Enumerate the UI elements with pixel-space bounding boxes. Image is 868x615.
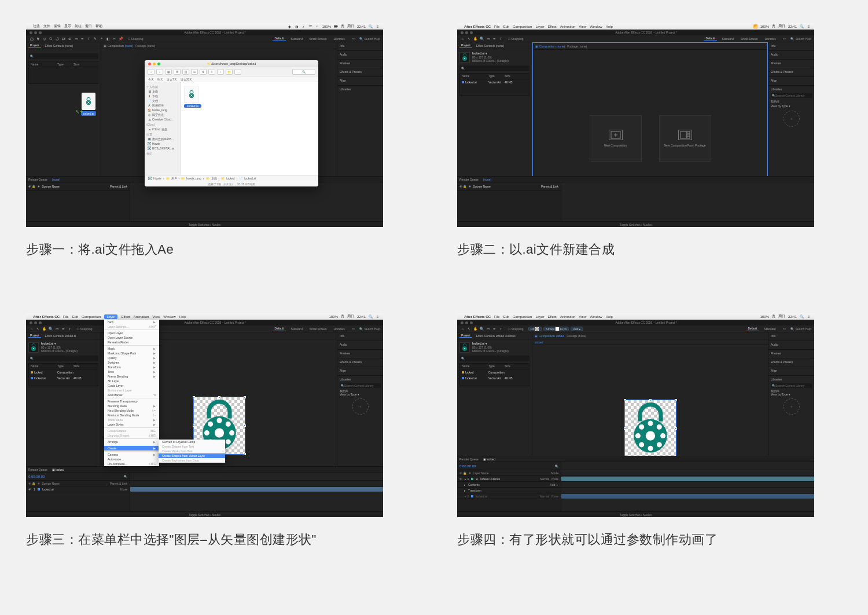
layer-transform[interactable]: ▸ Transform	[457, 488, 561, 493]
sidebar-home[interactable]: 🏠howie_tang	[146, 108, 178, 112]
dragged-ai-file[interactable]: locked.ai	[81, 93, 96, 116]
new-composition-button[interactable]: New Composition	[590, 115, 642, 162]
menu-composition[interactable]: Composition	[513, 25, 532, 28]
menu-view[interactable]: View	[579, 25, 586, 28]
puppet-tool-icon[interactable]: 📌	[118, 36, 123, 41]
menu-window[interactable]: 窗口	[85, 24, 92, 29]
anchor-tool-icon[interactable]: ⊕	[67, 36, 72, 41]
finder-arrange[interactable]: ⚙	[200, 69, 207, 75]
effect-controls-tab[interactable]: Effect Controls (none)	[43, 44, 75, 47]
menu-view[interactable]: 显示	[64, 24, 71, 29]
project-search[interactable]: 🔍	[28, 53, 98, 59]
finder-search-field[interactable]: 🔍	[292, 69, 315, 75]
battery-icon[interactable]	[334, 24, 338, 28]
layer-menu-item[interactable]: Add Marker^8	[104, 393, 159, 397]
finder-fwd-button[interactable]: ›	[156, 69, 163, 75]
sidebar-loc-0[interactable]: 💻唐何意的MacB…	[146, 137, 178, 141]
layer-menu-item[interactable]: Open Layer Source	[104, 335, 159, 340]
library-search[interactable]: 🔍 Search Current Library	[771, 93, 812, 98]
layer-menu-item[interactable]: New▶	[104, 320, 159, 324]
headphones-icon[interactable]: ♪	[301, 24, 306, 28]
spotlight-icon[interactable]: 🔍	[369, 24, 373, 28]
project-list[interactable]: Name Type Size	[28, 61, 98, 84]
bluetooth-icon[interactable]: ⌔	[315, 24, 319, 28]
menu-go[interactable]: 前往	[75, 24, 82, 29]
add-control[interactable]: Add: ▸	[571, 327, 583, 331]
new-composition-from-footage-button[interactable]: New Composition From Footage	[659, 115, 711, 162]
effects-presets-panel[interactable]: Effects & Presets	[337, 68, 383, 77]
hand-tool-icon[interactable]: ✋	[473, 36, 478, 41]
selection-tool-icon[interactable]: ↖	[466, 36, 472, 41]
layer-menu-item[interactable]: Open Layer	[104, 331, 159, 335]
notification-center-icon[interactable]: ≡	[807, 24, 811, 28]
sidebar-downloads[interactable]: ⬇下载	[146, 94, 178, 98]
finder-new-folder[interactable]: 📁	[226, 69, 233, 75]
menu-animation[interactable]: Animation	[560, 25, 576, 28]
shape-tool-icon[interactable]: ▭	[73, 36, 79, 41]
footage-tab[interactable]: Footage (none)	[135, 44, 155, 47]
project-item-locked-ai[interactable]: locked.ai Vector Art 40 KB	[29, 375, 98, 381]
layer-menu-item[interactable]: Time▶	[104, 369, 159, 374]
menu-file[interactable]: 文件	[43, 24, 50, 29]
brush-tool-icon[interactable]: ✎	[93, 36, 98, 41]
project-list[interactable]: Name Type Size locked.ai Vector Art 40 K…	[459, 73, 529, 96]
comp-canvas[interactable]	[625, 400, 676, 457]
finder-pathbar[interactable]: 💽Howie› 📁用户› 📁howie_tang› 📁桌面› 📁locked› …	[145, 175, 318, 181]
finder-tags-btn[interactable]: ○	[217, 69, 224, 75]
layer-menu-item[interactable]: Camera▶	[104, 452, 159, 457]
layer-menu-item[interactable]: Guide Layer	[104, 383, 159, 388]
layer-menu-item[interactable]: Preserve Transparency	[104, 399, 159, 404]
finder-cat-today[interactable]: 今天	[148, 78, 154, 81]
window-controls[interactable]	[30, 31, 42, 34]
layer-locked-ai-hidden[interactable]: ▸ 2locked.ai Normal None	[457, 493, 561, 499]
menu-help[interactable]: Help	[606, 25, 613, 28]
menu-help[interactable]: 帮助	[95, 24, 102, 29]
sidebar-desktop[interactable]: 🖥桌面	[146, 89, 178, 94]
sidebar-airdrop[interactable]: ◎隔空投送	[146, 112, 178, 117]
layer-locked-ai[interactable]: 👁1locked.ai None	[26, 486, 130, 492]
toggle-switches[interactable]: Toggle Switches / Modes	[26, 221, 383, 227]
shape-tool-icon[interactable]: ▭	[486, 36, 491, 41]
align-panel[interactable]: Align	[337, 77, 383, 86]
layer-menu-item[interactable]: Mask and Shape Path▶	[104, 351, 159, 356]
layer-menu-item[interactable]: Auto-trace…	[104, 457, 159, 462]
workspace-small[interactable]: Small Screen	[307, 36, 329, 41]
zoom-tool-icon[interactable]: 🔍	[479, 36, 484, 41]
layer-menu-item[interactable]: Mask▶	[104, 346, 159, 351]
spotlight-icon[interactable]: 🔍	[800, 24, 804, 28]
wifi-icon[interactable]	[308, 24, 312, 28]
eraser-tool-icon[interactable]: ◧	[105, 36, 111, 41]
sidebar-icloud[interactable]: ☁iCloud 云盘	[146, 127, 178, 131]
project-item-comp[interactable]: locked Composition	[29, 369, 98, 375]
library-add-button[interactable]: +	[784, 111, 800, 127]
layer-menu-item[interactable]: Transform▶	[104, 365, 159, 369]
snapping-checkbox[interactable]: ☐ Snapping	[128, 37, 144, 41]
effect-controls-tab[interactable]: Effect Controls (none)	[475, 44, 506, 47]
selection-tool-icon[interactable]	[35, 36, 41, 41]
finder-view-gallery[interactable]: ▭	[191, 69, 198, 75]
finder-share[interactable]: ⇪	[208, 69, 215, 75]
timeline-timecode[interactable]: 0:00:00:00	[28, 475, 45, 478]
menu-effect[interactable]: Effect	[547, 25, 556, 28]
wifi-icon[interactable]: 📶	[753, 24, 757, 28]
pen-tool-icon[interactable]: ✒	[80, 36, 85, 41]
menu-window[interactable]: Window	[590, 25, 602, 28]
finder-view-icons[interactable]: ▦	[165, 69, 172, 75]
layer-menu-item[interactable]: Create▶	[104, 446, 159, 451]
layer-submenu-item[interactable]: Convert to Layered Comp	[159, 440, 225, 444]
finder-content[interactable]: locked.ai	[181, 82, 318, 175]
layer-contents[interactable]: ▸ ContentsAdd: ▸	[457, 482, 561, 488]
layer-menu-item[interactable]: Blending Mode▶	[104, 404, 159, 408]
library-name[interactable]: 我的库	[771, 99, 812, 104]
roto-tool-icon[interactable]: ✂	[112, 36, 117, 41]
layer-menu-item[interactable]: Frame Blending▶	[104, 374, 159, 379]
sidebar-apps[interactable]: A应用程序	[146, 103, 178, 108]
audio-panel[interactable]: Audio	[337, 51, 383, 60]
hand-tool-icon[interactable]	[42, 36, 47, 41]
home-icon[interactable]	[29, 36, 34, 41]
project-tab[interactable]: Project	[459, 43, 472, 47]
menu-edit[interactable]: 编辑	[54, 24, 61, 29]
layer-menu-dropdown[interactable]: New▶Layer Settings…⇧⌘YOpen LayerOpen Lay…	[104, 320, 159, 466]
notification-center-icon[interactable]: ≡	[376, 24, 380, 28]
layer-menu-item[interactable]: Next Blending Mode⇧=	[104, 408, 159, 413]
